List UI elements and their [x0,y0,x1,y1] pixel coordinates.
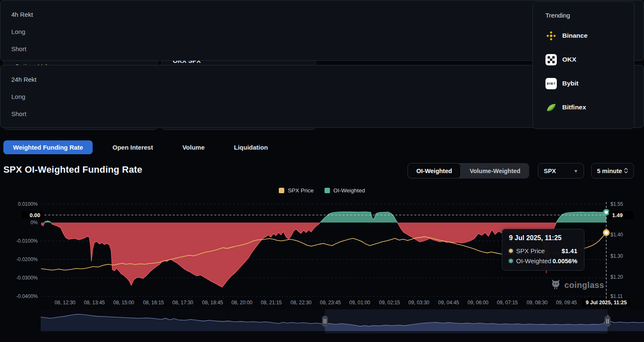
tooltip-series-dot [509,259,513,263]
tooltip-row: SPX Price$1.41 [509,247,577,254]
segment-volume-weighted[interactable]: Volume-Weighted [461,163,529,179]
segment-oi-weighted[interactable]: OI-Weighted [408,163,461,179]
oi-weighted-last-marker [604,210,609,215]
symbol-select[interactable]: SPX ▼ [538,163,584,179]
tooltip-rows: SPX Price$1.41OI-Weighted0.0056% [509,247,577,264]
bybit-wordmark: BYBIT [545,78,557,89]
trending-title: Trending [545,12,621,19]
bybit-logo-icon: BYBIT [545,78,557,89]
trending-item-bybit[interactable]: BYBITBybit [545,78,621,89]
page-title: SPX OI-Weighted Funding Rate [3,164,143,175]
interval-select[interactable]: 5 minute [591,163,634,179]
rekt-long-label: Long [11,93,609,100]
coinglass-watermark: coinglass [550,279,604,292]
okx-logo-icon [545,54,557,65]
tooltip-series-label: OI-Weighted [516,257,553,264]
tooltip-series-value: 0.0056% [553,257,577,264]
interval-select-value: 5 minute [597,168,622,174]
chart-tooltip: 9 Jul 2025, 11:25 SPX Price$1.41OI-Weigh… [502,229,584,271]
coinglass-bull-icon [550,279,561,292]
trending-card: Trending BinanceOKXBYBITBybitBitfinex [532,1,634,129]
tooltip-series-dot [509,249,513,253]
chevron-updown-icon [624,167,628,175]
trending-item-label: Bybit [562,80,579,87]
tooltip-series-value: $1.41 [561,247,577,254]
chevron-down-icon: ▼ [574,168,578,174]
rekt-period-label: 24h Rekt [11,76,605,83]
tab-volume[interactable]: Volume [173,140,214,154]
rekt-period-label: 4h Rekt [11,11,606,18]
tooltip-row: OI-Weighted0.0056% [509,257,577,264]
trending-items: BinanceOKXBYBITBybitBitfinex [545,30,621,113]
tab-bar: Weighted Funding RateOpen InterestVolume… [3,140,278,154]
spx-price-last-marker [604,230,609,235]
rekt-short-label: Short [11,110,605,117]
bitfinex-logo-icon [545,102,557,113]
chart-navigator[interactable] [41,309,644,334]
watermark-text: coinglass [564,280,604,290]
trending-item-bitfinex[interactable]: Bitfinex [545,101,621,113]
tab-open-interest[interactable]: Open Interest [103,140,163,154]
coinglass-funding-dashboard: Volume+32.46%$309.54MOpen Interest+23.53… [0,0,644,342]
trending-item-label: Binance [562,32,587,39]
tooltip-series-label: SPX Price [516,247,561,254]
trending-item-binance[interactable]: Binance [545,30,621,41]
tooltip-title: 9 Jul 2025, 11:25 [509,234,577,242]
trending-item-okx[interactable]: OKX [545,54,621,65]
trending-item-label: Bitfinex [562,104,586,111]
rekt-short-label: Short [11,45,605,52]
weight-toggle: OI-WeightedVolume-Weighted [408,163,529,179]
binance-logo-icon [545,30,557,41]
symbol-select-value: SPX [544,168,556,174]
trending-item-label: OKX [562,56,576,63]
navigator-handle-right[interactable] [605,316,610,327]
navigator-handle-left[interactable] [322,316,328,327]
rekt-long-label: Long [11,28,609,35]
tab-weighted-funding-rate[interactable]: Weighted Funding Rate [3,140,93,154]
tab-liquidation[interactable]: Liquidation [224,140,278,154]
